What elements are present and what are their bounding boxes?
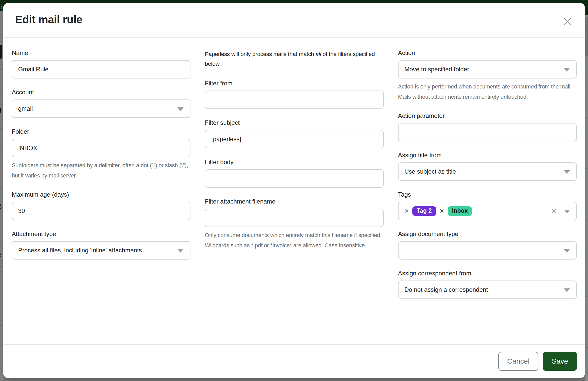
column-actions: Action Move to specified folder Action i… xyxy=(398,49,577,309)
remove-tag-icon[interactable]: × xyxy=(440,207,444,215)
assign-document-type-select[interactable] xyxy=(398,241,577,260)
page-scrollbar[interactable] xyxy=(585,15,588,381)
filter-subject-input[interactable] xyxy=(205,130,383,148)
assign-document-type-label: Assign document type xyxy=(398,230,577,238)
filter-subject-label: Filter subject xyxy=(205,119,383,126)
folder-input[interactable] xyxy=(12,139,190,157)
chevron-down-icon xyxy=(177,249,184,253)
filter-body-input[interactable] xyxy=(205,169,383,188)
remove-tag-icon[interactable]: × xyxy=(404,207,409,215)
filters-intro-text: Paperless will only process mails that m… xyxy=(205,49,383,69)
chevron-down-icon xyxy=(564,288,570,292)
tags-multiselect[interactable]: × Tag 2 × Inbox ✕ xyxy=(398,202,577,220)
background-page-bottom-strip xyxy=(4,378,585,381)
assign-correspondent-from-label: Assign correspondent from xyxy=(398,270,577,277)
close-icon xyxy=(562,16,574,27)
filter-attachment-filename-input[interactable] xyxy=(205,209,383,227)
tag-badge: Inbox xyxy=(448,206,472,216)
filter-from-label: Filter from xyxy=(205,80,383,87)
clear-tags-icon[interactable]: ✕ xyxy=(550,207,557,215)
dialog-title: Edit mail rule xyxy=(15,13,573,26)
dialog-header: Edit mail rule xyxy=(3,3,585,38)
filter-body-label: Filter body xyxy=(205,159,383,166)
bg-text-fragment: lc xyxy=(0,200,2,212)
attachment-type-select-value: Process all files, including 'inline' at… xyxy=(18,247,144,254)
tags-label: Tags xyxy=(398,191,577,198)
account-select-value: gmail xyxy=(18,105,33,112)
action-help-text: Action is only performed when documents … xyxy=(398,82,577,102)
assign-title-from-select[interactable]: Use subject as title xyxy=(398,162,577,181)
attachment-type-select[interactable]: Process all files, including 'inline' at… xyxy=(12,241,190,260)
bg-text-fragment: g xyxy=(0,38,4,59)
dialog-footer: Cancel Save xyxy=(3,344,585,378)
folder-label: Folder xyxy=(12,128,190,135)
chevron-down-icon xyxy=(564,210,570,213)
chevron-down-icon xyxy=(564,170,570,174)
page-scrollbar-thumb[interactable] xyxy=(585,17,588,56)
column-filters: Paperless will only process mails that m… xyxy=(205,49,383,309)
filter-attachment-filename-help-text: Only consume documents which entirely ma… xyxy=(205,230,383,251)
assign-correspondent-from-select-value: Do not assign a correspondent xyxy=(404,286,488,293)
chevron-down-icon xyxy=(177,107,184,111)
action-select-value: Move to specified folder xyxy=(404,66,469,73)
action-select[interactable]: Move to specified folder xyxy=(398,60,577,79)
save-button[interactable]: Save xyxy=(543,352,577,371)
column-mail-settings: Name Account gmail Folder Subfolders mus… xyxy=(12,49,190,309)
maximum-age-label: Maximum age (days) xyxy=(12,191,190,198)
account-label: Account xyxy=(12,89,190,96)
dialog-body: Name Account gmail Folder Subfolders mus… xyxy=(3,38,585,309)
account-select[interactable]: gmail xyxy=(12,99,190,118)
chevron-down-icon xyxy=(564,249,570,253)
bg-text-fragment: u xyxy=(0,233,0,242)
tag-badge: Tag 2 xyxy=(412,206,436,216)
action-parameter-input[interactable] xyxy=(398,123,577,141)
close-button[interactable] xyxy=(562,15,574,28)
action-parameter-label: Action parameter xyxy=(398,112,577,119)
folder-help-text: Subfolders must be separated by a delimi… xyxy=(12,160,190,181)
bg-text-fragment: o xyxy=(0,103,2,116)
chevron-down-icon xyxy=(564,68,570,72)
cancel-button[interactable]: Cancel xyxy=(498,352,538,371)
name-label: Name xyxy=(12,49,190,57)
bg-text-fragment: e xyxy=(0,250,1,259)
assign-correspondent-from-select[interactable]: Do not assign a correspondent xyxy=(398,281,577,299)
background-page-sliver: g o lc u e xyxy=(0,11,4,381)
filter-attachment-filename-label: Filter attachment filename xyxy=(205,198,383,205)
assign-title-from-label: Assign title from xyxy=(398,152,577,159)
filter-from-input[interactable] xyxy=(205,91,383,109)
action-label: Action xyxy=(398,49,577,57)
edit-mail-rule-dialog: Edit mail rule Name Account gmail xyxy=(3,3,585,378)
assign-title-from-select-value: Use subject as title xyxy=(404,168,456,175)
maximum-age-input[interactable] xyxy=(12,202,190,220)
name-input[interactable] xyxy=(12,60,190,79)
attachment-type-label: Attachment type xyxy=(12,230,190,238)
